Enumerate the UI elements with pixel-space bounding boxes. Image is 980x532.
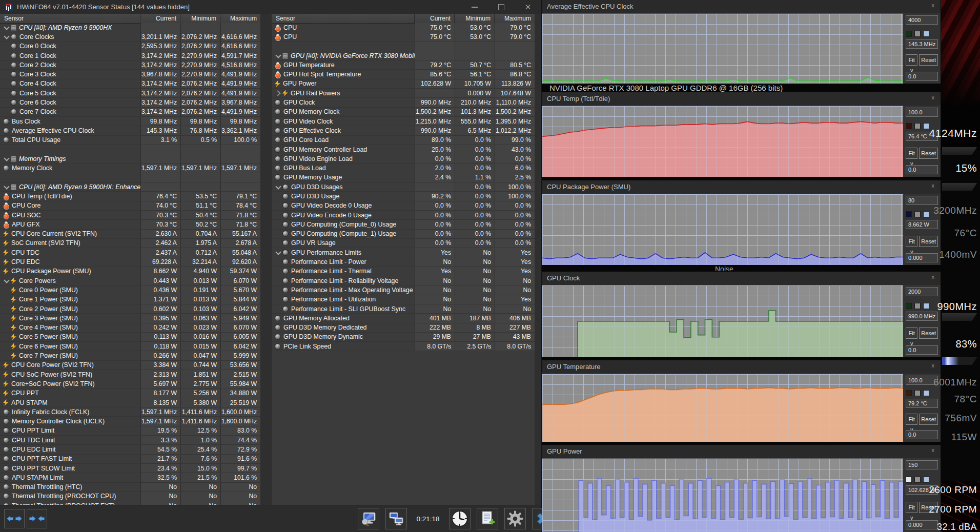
sensor-row[interactable]: Core Powers0.443 W0.013 W6.070 W	[0, 276, 260, 285]
sensor-row[interactable]: GPU Memory Controller Load25.0 %0.0 %43.…	[272, 145, 535, 154]
background-color-swatch[interactable]	[914, 31, 921, 37]
chevron-down-icon[interactable]	[4, 185, 9, 189]
scale-max-field[interactable]: 2000	[906, 287, 938, 296]
sensor-row[interactable]: GPU Memory Usage2.4 %1.1 %2.5 %	[272, 173, 535, 182]
sensor-row[interactable]: GPU Computing (Compute_1) Usage0.0 %0.0 …	[272, 230, 535, 239]
chevron-down-icon[interactable]	[4, 25, 9, 30]
graph-titlebar[interactable]: GPU Temperaturex	[542, 360, 941, 374]
sensor-row[interactable]: Performance Limit - ThermalYesNoYes	[272, 267, 535, 276]
sensor-row[interactable]: PCIe Link Speed8.0 GT/s2.5 GT/s8.0 GT/s	[272, 342, 535, 351]
sensor-row[interactable]: APU STAPM8.135 W5.380 W25.519 W	[0, 398, 260, 407]
background-color-swatch[interactable]	[914, 477, 921, 483]
scale-min-field[interactable]: 0.0	[906, 72, 938, 81]
sensor-row[interactable]: Core 4 Power (SMU)0.242 W0.023 W6.070 W	[0, 323, 260, 333]
graph-titlebar[interactable]: CPU Temp (Tctl/Tdie)x	[542, 92, 941, 106]
sensor-row[interactable]: Core 2 Clock3,174.2 MHz2,270.9 MHz4,516.…	[0, 60, 260, 70]
sensor-row[interactable]: Core 6 Power (SMU)0.118 W0.015 W6.042 W	[0, 342, 260, 351]
sensor-row[interactable]: CPU PPT8.177 W5.256 W34.880 W	[0, 389, 260, 398]
background-color-swatch[interactable]	[914, 211, 921, 217]
chevron-down-icon[interactable]	[276, 53, 280, 58]
remote-monitoring-button[interactable]	[385, 508, 407, 529]
sensor-row[interactable]: GPU Video Encode 0 Usage0.0 %0.0 %0.0 %	[272, 211, 535, 220]
maximize-button[interactable]	[488, 0, 515, 14]
line-color-swatch[interactable]	[906, 211, 912, 217]
graph-titlebar[interactable]: CPU Package Power (SMU)x	[542, 180, 941, 194]
grid-color-swatch[interactable]	[923, 477, 929, 483]
chevron-down-icon[interactable]	[4, 278, 9, 283]
sensor-row[interactable]: CPU75.0 °C53.0 °C79.0 °C	[272, 23, 535, 32]
sensor-row[interactable]: GPU Rail Powers0.000 W107.648 W	[272, 89, 535, 98]
sensor-row[interactable]: GPU Temperature79.2 °C50.7 °C80.5 °C	[272, 60, 535, 70]
grid-color-swatch[interactable]	[923, 123, 929, 129]
sensor-row[interactable]: CPU Core Current (SVI2 TFN)2.630 A0.704 …	[0, 230, 260, 239]
sensor-row[interactable]: CPU EDC69.228 A32.214 A92.620 A	[0, 257, 260, 267]
sensor-row[interactable]: Core Clocks3,201.1 MHz2,076.2 MHz4,616.6…	[0, 32, 260, 42]
scale-max-field[interactable]: 150	[906, 460, 938, 469]
grid-color-swatch[interactable]	[923, 211, 929, 217]
sensor-group-row[interactable]: CPU [#0]: AMD Ryzen 9 5900HX	[0, 23, 260, 32]
sensor-row[interactable]: CPU PPT SLOW Limit23.4 %15.0 %99.7 %	[0, 464, 260, 473]
reset-button[interactable]: Reset	[919, 148, 938, 159]
sensor-row[interactable]: GPU Memory Allocated401 MB187 MB406 MB	[272, 314, 535, 323]
table-header[interactable]: Sensor Current Minimum Maximum	[0, 14, 260, 24]
sensor-row[interactable]: Core+SoC Power (SVI2 TFN)5.697 W2.775 W5…	[0, 379, 260, 388]
sensor-group-row[interactable]: CPU [#0]: AMD Ryzen 9 5900HX: Enhanced	[0, 182, 260, 192]
sensor-row[interactable]: CPU SoC Power (SVI2 TFN)2.313 W1.851 W2.…	[0, 370, 260, 379]
background-color-swatch[interactable]	[914, 390, 921, 396]
chevron-down-icon[interactable]	[276, 250, 280, 255]
system-summary-button[interactable]	[358, 508, 379, 529]
reset-button[interactable]: Reset	[919, 414, 938, 425]
graph-titlebar[interactable]: Average Effective CPU Clockx	[542, 0, 941, 13]
sensor-row[interactable]: Thermal Throttling (PROCHOT EXT)NoNoNo	[0, 501, 260, 505]
sensor-row[interactable]: GPU Video Decode 0 Usage0.0 %0.0 %0.0 %	[272, 201, 535, 211]
sensor-row[interactable]: Performance Limit - PowerNoNoYes	[272, 257, 535, 267]
sensor-row[interactable]: Core 6 Clock3,174.2 MHz2,076.2 MHz3,967.…	[0, 98, 260, 107]
sensor-row[interactable]: Core 3 Power (SMU)0.395 W0.063 W5.949 W	[0, 314, 260, 323]
scale-min-field[interactable]: 0.0	[906, 165, 938, 174]
grid-color-swatch[interactable]	[923, 31, 929, 37]
sensor-row[interactable]: CPU SOC70.3 °C50.4 °C71.8 °C	[0, 211, 260, 220]
sensor-row[interactable]: GPU Video Engine Load0.0 %0.0 %0.0 %	[272, 154, 535, 163]
background-color-swatch[interactable]	[914, 123, 921, 129]
scale-max-field[interactable]: 80	[906, 196, 938, 205]
reset-button[interactable]: Reset	[919, 54, 938, 66]
sensor-row[interactable]: GPU D3D Usages0.0 %100.0 %	[272, 182, 535, 192]
sensor-row[interactable]: CPU TDC2.437 A0.712 A55.048 A	[0, 248, 260, 257]
sensor-row[interactable]: CPU PPT Limit19.5 %12.5 %83.0 %	[0, 426, 260, 436]
sensor-row[interactable]: Performance Limit - Reliability VoltageN…	[272, 276, 535, 285]
sensor-row[interactable]: GPU Computing (Compute_0) Usage0.0 %0.0 …	[272, 220, 535, 229]
close-icon[interactable]: x	[932, 2, 935, 8]
logging-report-button[interactable]	[477, 508, 498, 529]
sensor-row[interactable]: CPU Core Power (SVI2 TFN)3.384 W0.744 W5…	[0, 361, 260, 370]
close-icon[interactable]: x	[932, 447, 935, 453]
sensor-row[interactable]: Performance Limit - UtilizationNoNoYes	[272, 295, 535, 304]
close-button[interactable]: ✕	[515, 0, 541, 14]
column-header-minimum[interactable]: Minimum	[454, 14, 494, 23]
table-header[interactable]: Sensor Current Minimum Maximum	[272, 14, 535, 24]
close-icon[interactable]: x	[932, 362, 935, 369]
sensor-row[interactable]: Core 0 Power (SMU)0.436 W0.191 W5.670 W	[0, 285, 260, 295]
sensor-row[interactable]: CPU EDC Limit54.5 %25.4 %72.9 %	[0, 445, 260, 454]
line-color-swatch[interactable]	[906, 477, 912, 483]
window-titlebar[interactable]: HWiNFO64 v7.01-4420 Sensor Status [144 v…	[0, 0, 541, 14]
column-header-maximum[interactable]: Maximum	[220, 14, 260, 23]
sensor-row[interactable]: Bus Clock99.8 MHz99.8 MHz99.8 MHz	[0, 117, 260, 126]
line-color-swatch[interactable]	[906, 31, 912, 37]
reset-button[interactable]: Reset	[919, 236, 938, 247]
sensor-row[interactable]: APU GFX70.3 °C50.2 °C71.8 °C	[0, 220, 260, 229]
sensor-row[interactable]: Core 1 Clock3,174.2 MHz2,270.9 MHz4,591.…	[0, 51, 260, 60]
clock-button[interactable]	[449, 508, 471, 529]
scale-max-field[interactable]: 100.0	[906, 108, 938, 117]
line-color-swatch[interactable]	[906, 303, 912, 309]
sensor-row[interactable]: GPU Performance LimitsYesNoYes	[272, 248, 535, 257]
expand-columns-button[interactable]	[4, 509, 25, 528]
sensor-row[interactable]: Thermal Throttling (PROCHOT CPU)NoNoNo	[0, 492, 260, 501]
sensor-row[interactable]: CPU Temp (Tctl/Tdie)76.4 °C53.5 °C79.1 °…	[0, 192, 260, 201]
sensor-row[interactable]: Core 4 Clock3,174.2 MHz2,076.2 MHz4,491.…	[0, 79, 260, 89]
chevron-down-icon[interactable]	[4, 156, 9, 161]
sensor-row[interactable]: Memory Controller Clock (UCLK)1,597.1 MH…	[0, 417, 260, 426]
sensor-row[interactable]: Performance Limit - Max Operating Voltag…	[272, 285, 535, 295]
scale-min-field[interactable]: 0.000	[906, 520, 938, 529]
scale-max-field[interactable]: 4000	[906, 15, 938, 25]
sensor-row[interactable]: GPU D3D Memory Dynamic29 MB27 MB43 MB	[272, 333, 535, 342]
